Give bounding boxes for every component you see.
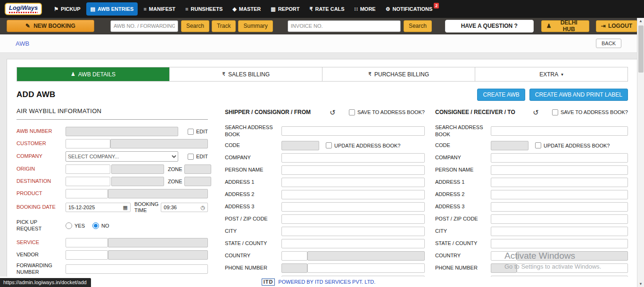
nav-manifest[interactable]: ≡ MANIFEST — [139, 2, 180, 16]
consignee-zip-input[interactable] — [491, 214, 628, 224]
consignee-person-row: PERSON NAME — [435, 165, 628, 175]
shipper-address2-input[interactable] — [281, 190, 425, 199]
consignee-save-address-checkbox[interactable] — [552, 109, 558, 115]
service-code-input[interactable] — [66, 238, 108, 247]
nav-rate-cals[interactable]: ₹ RATE CALS — [305, 2, 349, 16]
scroll-down-arrow-icon[interactable]: ▼ — [637, 282, 644, 286]
consignee-address3-label: ADDRESS 3 — [435, 203, 491, 210]
booking-date-value: 15-12-2025 — [68, 205, 95, 210]
delhi-hub-button[interactable]: ♟ DELHI HUB — [541, 20, 589, 32]
origin-zone-input — [184, 164, 211, 174]
shipper-save-address-checkbox[interactable] — [349, 109, 355, 115]
consignee-country-code-input[interactable] — [491, 251, 517, 261]
invoice-search-input[interactable] — [288, 20, 401, 32]
consignee-city-input[interactable] — [491, 227, 628, 236]
consignee-address3-input[interactable] — [491, 202, 628, 212]
consignee-state-input[interactable] — [491, 239, 628, 248]
scrollbar-thumb[interactable] — [638, 25, 644, 73]
product-code-input[interactable] — [66, 189, 108, 198]
back-button[interactable]: BACK — [596, 39, 621, 48]
consignee-address1-row: ADDRESS 1 — [435, 178, 628, 187]
forwarding-number-input[interactable] — [66, 264, 208, 274]
pickup-yes-radio[interactable] — [66, 222, 72, 229]
create-awb-print-label-button[interactable]: CREATE AWB AND PRINT LABEL — [529, 89, 628, 101]
scroll-up-arrow-icon[interactable]: ▲ — [637, 19, 644, 23]
nav-master[interactable]: ◈ MASTER — [228, 2, 265, 16]
shipper-country-code-input[interactable] — [281, 251, 307, 261]
master-icon: ◈ — [232, 7, 236, 12]
shipper-address3-row: ADDRESS 3 — [225, 202, 425, 212]
nav-more[interactable]: ∷ MORE — [350, 2, 380, 16]
tab-purchase-billing[interactable]: ₹ PURCHASE BILLING — [322, 67, 475, 81]
shipper-update-address-checkbox[interactable] — [326, 142, 332, 148]
consignee-country-label: COUNTRY — [435, 252, 491, 259]
vendor-code-input[interactable] — [66, 250, 108, 260]
consignee-phone-input[interactable] — [517, 263, 628, 273]
consignee-address2-input[interactable] — [491, 190, 628, 199]
add-awb-form: AIR WAYBILL INFORMATION AWB NUMBER EDIT … — [17, 107, 628, 287]
pickup-no-radio[interactable] — [92, 222, 99, 229]
company-edit-label: EDIT — [196, 154, 208, 159]
logout-icon: ⇥ — [601, 23, 606, 29]
booking-date-input[interactable]: 15-12-2025 ▦ — [66, 203, 131, 212]
shipper-state-input[interactable] — [281, 239, 425, 248]
consignee-company-row: COMPANY — [435, 153, 628, 163]
shipper-address1-input[interactable] — [281, 178, 425, 187]
awb-edit-checkbox[interactable] — [188, 129, 194, 135]
powered-by-text: POWERED BY ITD SERVICES PVT. LTD. — [278, 279, 375, 285]
shipper-address2-label: ADDRESS 2 — [225, 191, 281, 198]
consignee-address1-input[interactable] — [491, 178, 628, 187]
shipper-city-input[interactable] — [281, 227, 425, 236]
logiways-logo[interactable]: LogiWays — [5, 3, 42, 15]
booking-date-row: BOOKING DATE 15-12-2025 ▦ BOOKING TIME 0… — [17, 201, 208, 213]
track-button[interactable]: Track — [212, 20, 236, 32]
invoice-search-button[interactable]: Search — [404, 20, 432, 32]
nav-report[interactable]: ▥ REPORT — [266, 2, 304, 16]
tab-awb-details[interactable]: ♟ AWB DETAILS — [17, 67, 169, 81]
company-edit-checkbox[interactable] — [188, 154, 194, 160]
tab-extra[interactable]: EXTRA ▾ — [475, 67, 627, 81]
booking-time-input[interactable]: 09:36 ◷ — [161, 203, 208, 212]
tab-sales-billing[interactable]: ₹ SALES BILLING — [169, 67, 322, 81]
shipper-person-name-input[interactable] — [281, 165, 425, 175]
consignee-person-label: PERSON NAME — [435, 166, 491, 173]
shipper-company-input[interactable] — [281, 153, 425, 163]
reset-icon[interactable]: ↺ — [533, 109, 539, 116]
destination-code-input[interactable] — [66, 177, 110, 186]
scrollbar[interactable]: ▲ ▼ — [637, 18, 644, 287]
origin-code-input[interactable] — [66, 164, 110, 174]
summary-button[interactable]: Summary — [238, 20, 272, 32]
new-booking-button[interactable]: ✎ NEW BOOKING — [7, 20, 94, 32]
nav-awb-entries[interactable]: ▤ AWB ENTRIES — [86, 2, 138, 16]
create-awb-button[interactable]: CREATE AWB — [477, 89, 525, 101]
awb-search-input[interactable] — [110, 20, 178, 32]
logout-button[interactable]: ⇥ LOGOUT — [596, 20, 637, 32]
company-select[interactable]: SELECT COMPANY... — [66, 151, 178, 162]
consignee-company-input[interactable] — [491, 153, 628, 163]
reset-icon[interactable]: ↺ — [330, 109, 336, 116]
shipper-address3-input[interactable] — [281, 202, 425, 212]
consignee-update-address-checkbox[interactable] — [535, 142, 541, 148]
shipper-search-address-input[interactable] — [281, 126, 425, 136]
shipper-phone-input[interactable] — [307, 263, 425, 273]
shipper-country-label: COUNTRY — [225, 252, 281, 259]
shipper-address3-label: ADDRESS 3 — [225, 203, 281, 210]
itd-logo: ITD — [262, 279, 275, 286]
shipper-search-row: SEARCH ADDRESS BOOK — [225, 124, 425, 138]
booking-time-value: 09:36 — [164, 205, 177, 210]
consignee-search-address-input[interactable] — [491, 126, 628, 136]
consignee-title: CONSIGNEE / RECEIVER / TO — [435, 109, 515, 115]
shipper-zip-input[interactable] — [281, 214, 425, 224]
consignee-person-name-input[interactable] — [491, 165, 628, 175]
awb-search-button[interactable]: Search — [181, 20, 209, 32]
rupee-icon: ₹ — [368, 72, 372, 77]
consignee-address1-label: ADDRESS 1 — [435, 179, 491, 186]
user-icon: ♟ — [546, 23, 552, 29]
customer-code-input[interactable] — [66, 139, 110, 148]
nav-runsheets[interactable]: ≡ RUNSHEETS — [181, 2, 227, 16]
consignee-section: CONSIGNEE / RECEIVER / TO ↺ SAVE TO ADDR… — [435, 107, 628, 287]
nav-notifications[interactable]: ⚙ NOTIFICATIONS 2 — [381, 2, 437, 16]
new-booking-label: NEW BOOKING — [33, 23, 75, 29]
nav-pickup[interactable]: ⚑ PICKUP — [50, 2, 84, 16]
have-a-question-button[interactable]: HAVE A QUESTION ? — [445, 20, 534, 33]
